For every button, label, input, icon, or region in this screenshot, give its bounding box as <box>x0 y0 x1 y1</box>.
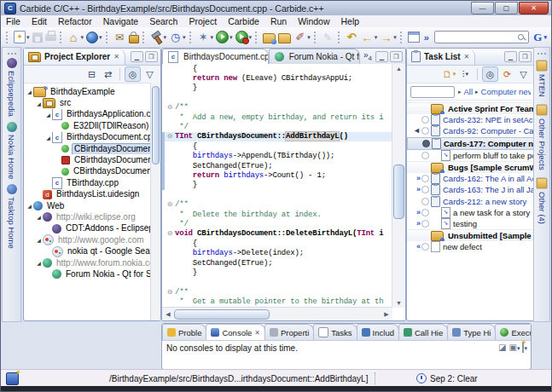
fold-marker-icon[interactable]: ⊖ <box>165 230 175 237</box>
tree-item[interactable]: ◢Web <box>24 200 160 211</box>
minimize-editor-button[interactable]: ▁ <box>375 51 388 62</box>
tree-item[interactable]: ◢BirthdaysDocument.cpp <box>24 132 160 143</box>
view-tab-includ[interactable]: Includ <box>357 324 399 340</box>
close-view-icon[interactable]: ✕ <box>464 53 470 61</box>
tree-expander-icon[interactable]: ◢ <box>35 260 43 266</box>
fold-marker-icon[interactable]: ⊖ <box>165 289 175 296</box>
outgoing-change-icon[interactable]: « <box>416 243 421 251</box>
task-complete-checkbox[interactable] <box>421 209 429 216</box>
editor-tab[interactable]: BirthdaysDocument.cp✕ <box>162 49 269 64</box>
menu-edit[interactable]: Edit <box>32 16 47 26</box>
menu-file[interactable]: File <box>6 16 20 26</box>
secure-button[interactable] <box>128 30 140 45</box>
tree-expander-icon[interactable]: ◢ <box>26 203 33 209</box>
project-explorer-scrollbar[interactable] <box>150 83 160 320</box>
focus-on-workweek-button[interactable]: ◎ <box>482 66 498 82</box>
synchronize-button[interactable]: ⟳ <box>500 67 514 81</box>
maximize-editor-button[interactable]: ❒ <box>390 51 403 62</box>
google-dropdown-icon[interactable]: ▾ <box>543 34 547 41</box>
task-row[interactable]: ◄Cards-92: Computer - Calling - <box>407 125 534 136</box>
editor-tab[interactable]: Forum Nokia - Qt for <box>269 49 360 64</box>
categorized-presentation-button[interactable]: ⫶▾ <box>458 67 473 81</box>
fold-marker-icon[interactable]: ⊖ <box>165 133 175 140</box>
task-row[interactable]: »a new task for a story <box>407 207 534 218</box>
last-edit-button[interactable] <box>345 30 359 45</box>
tree-expander-icon[interactable]: ◢ <box>44 135 52 141</box>
task-complete-checkbox[interactable] <box>421 243 429 251</box>
task-complete-checkbox[interactable] <box>421 198 429 205</box>
menu-window[interactable]: Window <box>298 16 329 26</box>
task-row[interactable]: »testing <box>407 218 534 229</box>
tree-item[interactable]: Forum Nokia - Qt for S60 <box>24 268 160 280</box>
task-filter-link[interactable]: Computer neve... <box>481 87 531 96</box>
open-console-button[interactable]: ▾ <box>522 343 527 352</box>
link-with-editor-button[interactable]: ⇄ <box>101 67 115 81</box>
editor-horizontal-scrollbar[interactable]: ◀ ▶ <box>162 307 392 320</box>
incoming-change-icon[interactable]: » <box>416 209 421 216</box>
fast-view-other-projects[interactable]: Other Projects <box>536 102 548 170</box>
scrollbar-thumb[interactable] <box>152 86 160 164</box>
maximize-view-button[interactable]: ❒ <box>519 51 532 62</box>
minimize-view-button[interactable]: ▁ <box>504 51 517 62</box>
minimize-view-button[interactable]: ▁ <box>131 51 143 62</box>
clock-dropdown-icon[interactable]: ▾ <box>183 34 186 41</box>
run-button[interactable]: ▾ <box>215 30 234 45</box>
task-complete-checkbox[interactable] <box>421 152 429 159</box>
tree-item[interactable]: ◢src <box>24 97 160 108</box>
editor-vertical-scrollbar[interactable]: ▲ ▼ <box>392 64 405 308</box>
task-complete-checkbox[interactable] <box>421 186 429 193</box>
incoming-change-icon[interactable]: » <box>416 220 421 228</box>
fast-view-other-4-[interactable]: Other (4) <box>536 176 548 224</box>
tree-item[interactable]: ◢http://www.forum.nokia.com <box>24 257 160 268</box>
navigate-marker-icon[interactable]: ◄ <box>413 127 421 135</box>
open-element-button[interactable] <box>262 30 276 45</box>
menu-project[interactable]: Project <box>189 16 217 26</box>
incoming-change-icon[interactable]: » <box>416 175 421 182</box>
tree-item[interactable]: E32Dll(TDllReason) <box>24 120 160 131</box>
home-button[interactable]: ▾ <box>67 30 85 45</box>
menu-search[interactable]: Search <box>149 16 177 26</box>
new-wizard-dropdown-icon[interactable]: ▾ <box>26 34 30 41</box>
google-search-button[interactable]: G▾ <box>533 31 547 44</box>
view-menu-button[interactable]: ▽ <box>142 67 157 81</box>
menu-run[interactable]: Run <box>270 16 287 26</box>
forward-button[interactable]: ▾ <box>379 30 398 45</box>
task-row[interactable]: »Cards-162: The A in all Ace card <box>407 173 534 184</box>
menu-navigate[interactable]: Navigate <box>103 16 138 26</box>
tree-item[interactable]: nokia qt - Google Search <box>24 245 160 257</box>
task-complete-checkbox[interactable] <box>421 116 429 124</box>
close-window-button[interactable]: ✕ <box>519 2 549 14</box>
incoming-change-icon[interactable]: » <box>416 186 421 193</box>
active-task-indicator[interactable] <box>422 140 430 147</box>
task-filter-input[interactable] <box>410 86 455 98</box>
tree-item[interactable]: ◢BirthdaysApplication.cpp <box>24 109 160 120</box>
task-row[interactable]: Cards-232: NPE in setActivePar <box>407 114 534 125</box>
scroll-left-icon[interactable]: ◀ <box>164 311 172 318</box>
task-category-row[interactable]: Active Sprint For Team 1 [Sample ScrumWo… <box>407 102 534 114</box>
tree-item[interactable]: ◢http://www.google.com <box>24 234 160 245</box>
task-filter-link[interactable]: All <box>464 87 474 96</box>
tree-item[interactable]: CBirthdaysDocument::Const <box>24 154 160 165</box>
tree-expander-icon[interactable]: ◢ <box>35 237 43 243</box>
menu-help[interactable]: Help <box>341 16 360 26</box>
fold-marker-icon[interactable]: ⊖ <box>165 104 175 111</box>
task-complete-checkbox[interactable] <box>421 127 429 135</box>
menu-refactor[interactable]: Refactor <box>58 16 92 26</box>
tree-expander-icon[interactable]: ◢ <box>35 101 43 107</box>
fast-view-eclipsepedia[interactable]: Eclipsepedia <box>7 58 17 117</box>
close-view-icon[interactable]: ✕ <box>113 53 119 61</box>
tree-item[interactable]: BirthdaysList.uidesign <box>24 189 160 200</box>
task-category-row[interactable]: Bugs [Sample ScrumWorks] <box>407 161 534 173</box>
clock-button[interactable]: ▾ <box>168 30 187 45</box>
task-row[interactable]: «new defect <box>407 241 534 252</box>
build-button[interactable]: ▾ <box>149 30 168 45</box>
task-complete-checkbox[interactable] <box>421 175 429 182</box>
code-editor[interactable]: { return new (ELeave) CBirthdaysAppUi; }… <box>162 64 392 308</box>
back-dropdown-icon[interactable]: ▾ <box>375 34 378 41</box>
tree-item[interactable]: CBirthdaysDocument::NewL <box>24 166 160 177</box>
scroll-right-icon[interactable]: ▶ <box>382 311 391 318</box>
task-row[interactable]: Cards-212: a new story <box>407 196 534 207</box>
project-explorer-view-tab[interactable]: Project Explorer ✕ <box>24 49 125 65</box>
close-tab-icon[interactable]: ✕ <box>254 329 260 337</box>
tree-item[interactable]: TBirthday.cpp <box>24 177 160 188</box>
